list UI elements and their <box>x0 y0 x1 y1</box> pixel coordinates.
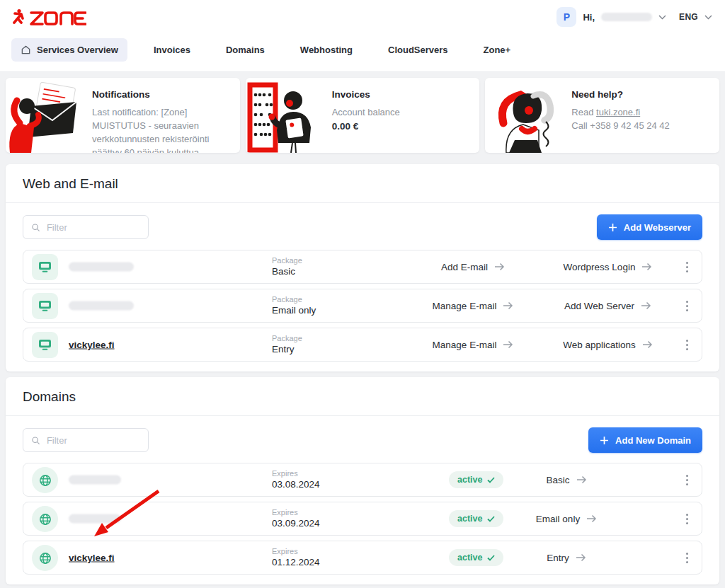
domain-row: vickylee.fi Expires 01.12.2024 active En… <box>23 541 702 575</box>
add-webserver-button[interactable]: Add Webserver <box>597 214 702 240</box>
action-label: Basic <box>546 475 569 485</box>
status-badge: active <box>449 471 503 488</box>
envelope-illustration <box>6 78 85 153</box>
expires-date: 03.08.2024 <box>272 478 320 491</box>
avatar[interactable]: P <box>556 7 576 27</box>
expires-label: Expires <box>272 546 320 556</box>
status-label: active <box>457 475 482 485</box>
row-menu-button[interactable] <box>678 463 696 496</box>
tab-label: CloudServers <box>388 45 448 55</box>
button-label: Add Webserver <box>624 222 691 233</box>
filter-input[interactable] <box>47 222 140 233</box>
row-menu-button[interactable] <box>678 289 696 322</box>
phone-illustration <box>485 78 564 153</box>
language-selector[interactable]: ENG <box>679 12 712 22</box>
tab-label: Invoices <box>154 45 190 55</box>
zone-logo[interactable] <box>13 8 86 26</box>
action-label: Add Web Server <box>564 301 634 311</box>
domains-filter[interactable] <box>23 428 149 452</box>
add-web-server-link[interactable]: Add Web Server <box>539 289 677 322</box>
expires-date: 03.09.2024 <box>272 517 320 530</box>
domain-row: Expires 03.09.2024 active Email only <box>23 502 702 536</box>
row-menu-button[interactable] <box>678 328 696 361</box>
action-label: Add E-mail <box>441 262 488 272</box>
card-title: Need help? <box>571 89 708 100</box>
tab-webhosting[interactable]: Webhosting <box>291 38 362 62</box>
support-link[interactable]: tuki.zone.fi <box>596 107 640 117</box>
domain-package-link[interactable]: Basic <box>499 463 634 496</box>
web-email-panel: Web and E-mail Add Webserver <box>6 164 719 371</box>
row-menu-button[interactable] <box>678 250 696 283</box>
read-prefix: Read <box>571 107 596 117</box>
webserver-icon <box>32 254 58 280</box>
redacted-domain-name <box>69 263 134 272</box>
tab-zone-plus[interactable]: Zone+ <box>474 38 520 62</box>
status-label: active <box>457 553 482 563</box>
check-icon <box>487 516 495 522</box>
add-new-domain-button[interactable]: Add New Domain <box>588 427 702 453</box>
invoices-card[interactable]: Invoices Account balance 0.00 € <box>246 78 480 153</box>
top-bar: P Hi, ENG <box>0 0 725 34</box>
balance-value: 0.00 € <box>332 121 469 132</box>
tab-label: Zone+ <box>484 45 511 55</box>
redacted-domain-name <box>69 301 134 311</box>
status-label: active <box>457 514 482 524</box>
plus-icon <box>600 436 609 445</box>
tab-services-overview[interactable]: Services Overview <box>11 38 127 62</box>
abacus-illustration <box>246 78 325 153</box>
domain-link-vickylee[interactable]: vickylee.fi <box>69 553 115 563</box>
domain-package-link[interactable]: Entry <box>499 541 634 574</box>
chevron-down-icon <box>704 15 712 20</box>
arrow-right-icon <box>503 301 513 310</box>
row-menu-button[interactable] <box>678 502 696 535</box>
webserver-row: Package Email only Manage E-mail Add Web… <box>23 289 702 323</box>
add-email-link[interactable]: Add E-mail <box>406 250 540 283</box>
phone-number: Call +358 9 42 45 24 42 <box>571 120 708 133</box>
tab-cloudservers[interactable]: CloudServers <box>379 38 457 62</box>
tab-label: Services Overview <box>37 45 118 55</box>
domain-row: Expires 03.08.2024 active Basic <box>23 463 702 497</box>
manage-email-link[interactable]: Manage E-mail <box>406 289 540 322</box>
notifications-card[interactable]: Notifications Last notification: [Zone] … <box>6 78 240 153</box>
action-label: Manage E-mail <box>433 340 497 350</box>
package-value: Basic <box>272 265 302 278</box>
arrow-right-icon <box>494 263 505 271</box>
status-badge: active <box>449 549 503 566</box>
tab-domains[interactable]: Domains <box>217 38 274 62</box>
web-email-filter[interactable] <box>23 215 149 239</box>
arrow-right-icon <box>576 553 586 562</box>
webserver-row: vickylee.fi Package Entry Manage E-mail … <box>23 328 702 362</box>
row-menu-button[interactable] <box>678 541 696 574</box>
expires-date: 01.12.2024 <box>272 556 320 569</box>
webserver-row: Package Basic Add E-mail Wordpress Login <box>23 250 702 284</box>
redacted-user-name <box>601 13 652 21</box>
arrow-right-icon <box>641 301 651 310</box>
user-menu[interactable]: P Hi, <box>556 7 666 27</box>
greeting-label: Hi, <box>583 12 595 23</box>
arrow-right-icon <box>586 514 597 523</box>
globe-icon <box>32 506 58 532</box>
package-label: Package <box>272 255 302 265</box>
tab-invoices[interactable]: Invoices <box>144 38 200 62</box>
expires-label: Expires <box>272 507 320 517</box>
info-cards: Notifications Last notification: [Zone] … <box>0 72 725 158</box>
arrow-right-icon <box>576 475 587 484</box>
action-label: Manage E-mail <box>433 301 497 311</box>
action-label: Entry <box>547 553 569 563</box>
webserver-domain-link[interactable]: vickylee.fi <box>69 340 115 350</box>
package-label: Package <box>272 333 302 343</box>
package-value: Email only <box>272 304 316 317</box>
help-card[interactable]: Need help? Read tuki.zone.fi Call +358 9… <box>485 78 719 153</box>
manage-email-link[interactable]: Manage E-mail <box>406 328 540 361</box>
domain-package-link[interactable]: Email only <box>499 502 634 535</box>
card-title: Notifications <box>92 89 229 100</box>
filter-input[interactable] <box>47 435 140 446</box>
web-applications-link[interactable]: Web applications <box>539 328 677 361</box>
chevron-down-icon <box>658 15 666 20</box>
home-icon <box>21 45 31 55</box>
arrow-right-icon <box>503 340 513 349</box>
panel-title: Web and E-mail <box>6 164 719 203</box>
search-icon <box>31 435 40 446</box>
wordpress-login-link[interactable]: Wordpress Login <box>539 250 677 283</box>
check-icon <box>487 555 495 561</box>
